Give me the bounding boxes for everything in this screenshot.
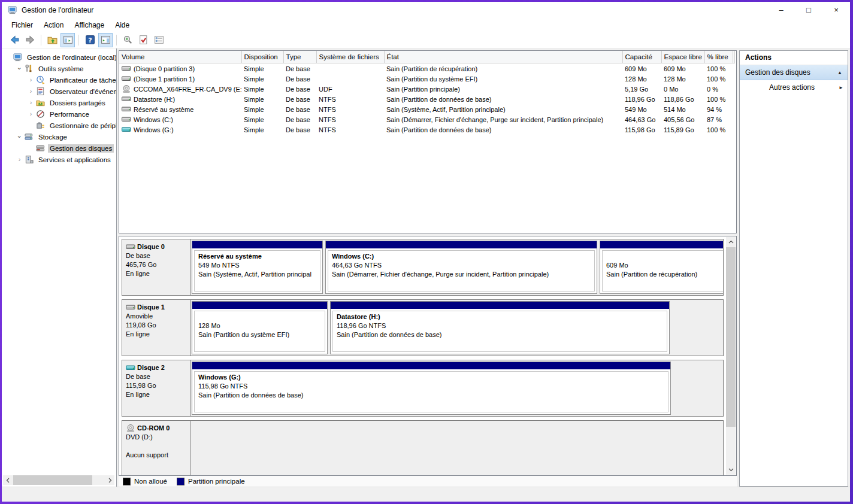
chevron-right-icon[interactable]: › (27, 108, 35, 120)
volume-name: Windows (G:) (134, 126, 174, 133)
disk-name: Disque 0 (137, 242, 165, 251)
forward-button[interactable] (23, 33, 37, 47)
cell (316, 63, 384, 74)
back-button[interactable] (7, 33, 22, 47)
table-row[interactable]: Réservé au systèmeSimpleDe baseNTFSSain … (119, 104, 735, 114)
toolbar-separator (41, 35, 41, 45)
cell: De base (283, 114, 316, 125)
partition-info: Datastore (H:)118,96 Go NTFSSain (Partit… (332, 311, 667, 352)
chevron-right-icon[interactable]: › (27, 74, 35, 86)
chevron-right-icon[interactable]: › (27, 97, 35, 108)
disk-header-disque-2[interactable]: Disque 2De base115,98 GoEn ligne (122, 360, 190, 416)
partition-color-band (192, 241, 322, 248)
cell: 100 % (704, 74, 733, 84)
actions-group-disk-management[interactable]: Gestion des disques ▲ (740, 65, 848, 80)
tree-item-services-applications[interactable]: ›Services et applications (2, 154, 116, 165)
table-row[interactable]: Datastore (H:)SimpleDe baseNTFSSain (Par… (119, 94, 735, 104)
table-row[interactable]: (Disque 1 partition 1)SimpleDe baseSain … (119, 74, 735, 84)
partition-size-line: 118,96 Go NTFS (337, 321, 663, 330)
column-header--libre[interactable]: % libre (704, 51, 733, 63)
collapse-arrow-icon[interactable]: ▲ (837, 70, 842, 75)
show-console-tree-button[interactable] (61, 33, 75, 47)
maximize-button[interactable]: □ (795, 2, 822, 18)
cell: (Disque 0 partition 3) (119, 63, 241, 74)
cell: 128 Mo (661, 74, 704, 84)
partition-block[interactable]: Réservé au système549 Mo NTFSSain (Systè… (192, 241, 323, 294)
menu-aide[interactable]: Aide (110, 19, 135, 31)
disk-info-line: De base (126, 372, 186, 381)
export-list-icon (47, 35, 58, 45)
drive-teal-icon (122, 126, 131, 133)
chevron-down-icon[interactable]: › (14, 65, 25, 72)
partition-block[interactable]: 609 MoSain (Partition de récupération) (600, 241, 723, 294)
cell: 115,89 Go (661, 125, 704, 135)
disk-header-disque-0[interactable]: Disque 0De base465,76 GoEn ligne (122, 239, 190, 295)
partition-block[interactable]: Windows (C:)464,63 Go NTFSSain (Démarrer… (325, 241, 597, 294)
tree-item-performance[interactable]: ›Performance (2, 108, 116, 120)
volume-name: Windows (C:) (134, 116, 173, 123)
cell: 100 % (704, 125, 733, 135)
tree-item-gestion-des-disques[interactable]: Gestion des disques (2, 142, 116, 154)
column-header--tat[interactable]: État (384, 51, 622, 63)
toolbar: ? (2, 32, 850, 48)
column-header-syst-me-de-fichiers[interactable]: Système de fichiers (316, 51, 384, 63)
toolbar-separator (116, 35, 117, 45)
chevron-right-icon[interactable]: › (27, 86, 35, 97)
scrollbar-thumb[interactable] (726, 247, 736, 427)
cell: 100 % (704, 94, 733, 104)
chevron-right-icon[interactable]: › (16, 154, 23, 165)
partition-title (606, 252, 723, 261)
column-header-disposition[interactable]: Disposition (241, 51, 283, 63)
menu-fichier[interactable]: Fichier (6, 19, 38, 31)
tree-item-observateur-evenements[interactable]: ›Observateur d'événeme (2, 86, 116, 97)
cell: De base (283, 63, 316, 74)
magnifier-button[interactable] (120, 33, 135, 47)
performance-icon (35, 110, 46, 119)
show-action-pane-button[interactable] (98, 33, 113, 47)
partition-status-line: Sain (Partition de données de base) (198, 391, 664, 400)
close-button[interactable]: × (822, 2, 850, 18)
actions-item-autres-actions[interactable]: Autres actions ► (740, 80, 848, 95)
partition-block[interactable]: 128 MoSain (Partition du système EFI) (192, 301, 328, 354)
validate-button[interactable] (136, 33, 150, 47)
scroll-up-icon[interactable] (726, 237, 736, 247)
table-row[interactable]: (Disque 0 partition 3)SimpleDe baseSain … (119, 63, 735, 74)
menu-affichage[interactable]: Affichage (69, 19, 110, 31)
tree-item-gestion-ordinateur-local[interactable]: Gestion de l'ordinateur (local) (2, 51, 116, 63)
scrollbar-thumb[interactable] (13, 475, 92, 485)
column-header-espace-libre[interactable]: Espace libre (661, 51, 704, 63)
column-header-volume[interactable]: Volume (119, 51, 241, 63)
table-row[interactable]: Windows (G:)SimpleDe baseNTFSSain (Parti… (119, 125, 735, 135)
partition-block[interactable]: Datastore (H:)118,96 Go NTFSSain (Partit… (330, 301, 670, 354)
checklist-button[interactable] (152, 33, 166, 47)
table-row[interactable]: CCCOMA_X64FRE_FR-CA_DV9 (E:)SimpleDe bas… (119, 84, 735, 94)
minimize-button[interactable]: – (767, 2, 795, 18)
tree-item-dossiers-partages[interactable]: ›Dossiers partagés (2, 97, 116, 108)
tree-item-gestionnaire-peripheriques[interactable]: Gestionnaire de périphé (2, 120, 116, 131)
actions-pane-title: Actions (740, 51, 848, 65)
disk-name: Disque 1 (137, 303, 165, 312)
chevron-down-icon[interactable]: › (14, 133, 25, 141)
scroll-right-icon[interactable] (105, 475, 114, 485)
disk-pane-vertical-scrollbar[interactable] (726, 237, 736, 475)
disk-header-disque-1[interactable]: Disque 1Amovible119,08 GoEn ligne (122, 300, 190, 356)
tree-item-planificateur-taches[interactable]: ›Planificateur de tâches (2, 74, 116, 86)
menu-action[interactable]: Action (38, 19, 69, 31)
partition-block[interactable]: Windows (G:)115,98 Go NTFSSain (Partitio… (192, 362, 671, 415)
tree-item-label: Outils système (37, 65, 85, 73)
column-header-capacit-[interactable]: Capacité (622, 51, 661, 63)
tree-item-label: Services et applications (37, 156, 113, 164)
legend-label: Partition principale (188, 478, 245, 485)
scroll-down-icon[interactable] (726, 465, 736, 475)
legend-bar: Non allouéPartition principale (119, 476, 737, 487)
volume-name: (Disque 1 partition 1) (134, 75, 195, 83)
scroll-left-icon[interactable] (3, 475, 13, 485)
column-header-type[interactable]: Type (283, 51, 316, 63)
help-button[interactable]: ? (83, 33, 97, 47)
table-row[interactable]: Windows (C:)SimpleDe baseNTFSSain (Démar… (119, 114, 735, 125)
disk-header-cd-rom-0[interactable]: CD-ROM 0DVD (D:) Aucun support (122, 421, 190, 476)
tree-item-stockage[interactable]: ›Stockage (2, 131, 116, 142)
tree-item-outils-systeme[interactable]: ›Outils système (2, 63, 116, 74)
tree-horizontal-scrollbar[interactable] (3, 475, 114, 485)
export-list-button[interactable] (45, 33, 59, 47)
